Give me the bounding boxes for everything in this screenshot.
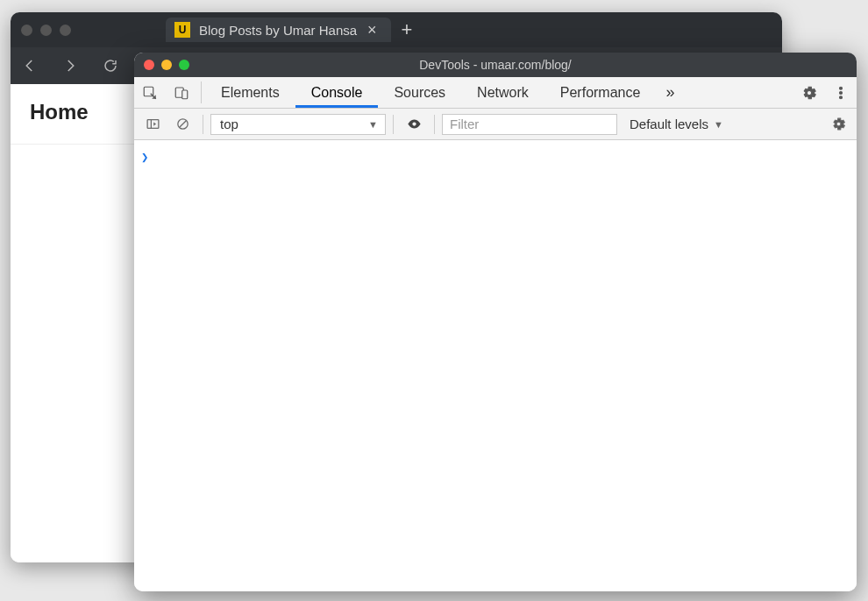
tab-network[interactable]: Network	[461, 77, 544, 108]
separator	[201, 81, 202, 103]
svg-rect-3	[182, 90, 188, 99]
log-levels-select[interactable]: Default levels ▼	[621, 117, 727, 131]
browser-titlebar: U Blog Posts by Umar Hansa × +	[11, 12, 782, 47]
traffic-max-dim[interactable]	[60, 25, 71, 36]
settings-gear-icon[interactable]	[793, 77, 825, 108]
toggle-sidebar-icon[interactable]	[139, 117, 166, 131]
separator	[203, 115, 203, 134]
inspect-element-icon[interactable]	[134, 77, 166, 108]
filter-placeholder: Filter	[450, 117, 479, 131]
devtools-tabs: Elements Console Sources Network Perform…	[134, 77, 857, 109]
tab-console[interactable]: Console	[295, 77, 379, 108]
tab-performance[interactable]: Performance	[544, 77, 657, 108]
traffic-maximize[interactable]	[179, 60, 189, 70]
back-button[interactable]	[16, 52, 44, 80]
separator	[393, 115, 394, 134]
devtools-title: DevTools - umaar.com/blog/	[134, 58, 857, 72]
console-body[interactable]	[134, 140, 857, 591]
chevron-down-icon: ▼	[714, 119, 723, 130]
svg-marker-9	[153, 122, 156, 125]
devtools-titlebar: DevTools - umaar.com/blog/	[134, 53, 857, 77]
svg-point-12	[412, 122, 416, 125]
svg-point-6	[840, 95, 843, 98]
clear-console-icon[interactable]	[169, 117, 196, 131]
devtools-window: DevTools - umaar.com/blog/ Elements Cons…	[134, 53, 857, 591]
browser-tab-title: Blog Posts by Umar Hansa	[199, 23, 357, 38]
svg-point-4	[840, 87, 843, 89]
browser-traffic-lights	[11, 25, 82, 36]
reload-button[interactable]	[96, 52, 125, 80]
tab-close-icon[interactable]: ×	[366, 21, 379, 39]
svg-rect-7	[147, 120, 159, 129]
more-tabs-icon[interactable]: »	[656, 77, 684, 108]
traffic-close-dim[interactable]	[21, 25, 32, 36]
favicon-icon: U	[174, 22, 190, 38]
traffic-close[interactable]	[144, 60, 154, 70]
device-toggle-icon[interactable]	[166, 77, 197, 108]
kebab-menu-icon[interactable]	[825, 77, 857, 108]
console-prompt-icon	[141, 150, 148, 164]
levels-label: Default levels	[630, 117, 708, 131]
svg-line-11	[179, 121, 185, 127]
context-select[interactable]: top ▼	[210, 114, 386, 135]
console-settings-icon[interactable]	[825, 117, 851, 131]
separator	[434, 115, 435, 134]
forward-button[interactable]	[56, 52, 84, 80]
context-value: top	[220, 117, 238, 131]
filter-input[interactable]: Filter	[442, 114, 617, 135]
new-tab-button[interactable]: +	[391, 17, 423, 43]
browser-tab[interactable]: U Blog Posts by Umar Hansa ×	[166, 18, 391, 42]
devtools-traffic-lights	[134, 60, 199, 70]
tab-sources[interactable]: Sources	[378, 77, 461, 108]
console-toolbar: top ▼ Filter Default levels ▼	[134, 109, 857, 140]
live-expression-icon[interactable]	[401, 117, 427, 131]
tab-elements[interactable]: Elements	[205, 77, 295, 108]
traffic-min-dim[interactable]	[40, 25, 52, 36]
svg-point-5	[840, 91, 843, 94]
chevron-down-icon: ▼	[368, 119, 378, 130]
traffic-minimize[interactable]	[161, 60, 172, 70]
